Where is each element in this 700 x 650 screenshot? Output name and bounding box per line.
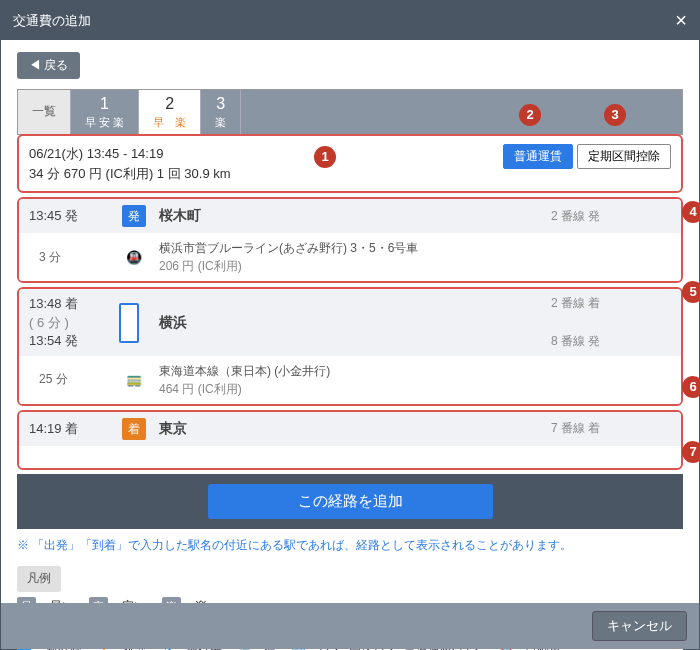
normal-fare-button[interactable]: 普通運賃 (503, 144, 573, 169)
wait-time: ( 6 分 ) (29, 314, 119, 332)
arr-time-final: 14:19 着 (29, 420, 119, 438)
segment-1: 13:45 発 発 桜木町 2 番線 発 3 分 🚇 横浜市営ブルーライン(あざ… (17, 197, 683, 283)
segment-2: 13:48 着 ( 6 分 ) 13:54 発 横浜 2 番線 着 8 番線 発… (17, 287, 683, 406)
tab-1[interactable]: 1早 安 楽 (71, 90, 139, 134)
legend-title: 凡例 (17, 566, 61, 592)
fare-1: 206 円 (IC利用) (159, 257, 671, 275)
callout-5: 5 (682, 281, 700, 303)
cancel-button[interactable]: キャンセル (592, 611, 687, 641)
arrival-block: 14:19 着 着 東京 7 番線 着 (17, 410, 683, 470)
arr-time-transfer: 13:48 着 (29, 295, 119, 313)
dep-time-transfer: 13:54 発 (29, 332, 119, 350)
callout-1: 1 (314, 146, 336, 168)
line-name-2: 東海道本線（東日本) (小金井行) (159, 362, 671, 380)
tab-3[interactable]: 3楽 (201, 90, 241, 134)
note-text: ※ 「出発」「到着」で入力した駅名の付近にある駅であれば、経路として表示されるこ… (17, 537, 683, 554)
tab-2[interactable]: 2早 楽 (139, 90, 201, 134)
station-tokyo: 東京 (149, 420, 551, 438)
transfer-badge (119, 303, 139, 343)
station-sakuragicho: 桜木町 (149, 207, 551, 225)
departure-badge: 発 (122, 205, 146, 227)
line-name-1: 横浜市営ブルーライン(あざみ野行) 3・5・6号車 (159, 239, 671, 257)
train-icon: 🚃 (126, 372, 142, 387)
subway-icon: 🚇 (126, 250, 142, 265)
fare-2: 464 円 (IC利用) (159, 380, 671, 398)
dep-time-1: 13:45 発 (29, 207, 119, 225)
platform-1: 2 番線 発 (551, 208, 671, 225)
platform-dep-2: 8 番線 発 (551, 333, 671, 350)
platform-arr-2: 2 番線 着 (551, 295, 671, 312)
summary-stats: 34 分 670 円 (IC利用) 1 回 30.9 km (29, 164, 231, 184)
station-yokohama: 横浜 (149, 295, 551, 350)
callout-6: 6 (682, 376, 700, 398)
summary-time: 06/21(水) 13:45 - 14:19 (29, 144, 231, 164)
callout-4: 4 (682, 201, 700, 223)
dialog-title: 交通費の追加 (13, 12, 91, 30)
platform-arr-final: 7 番線 着 (551, 420, 671, 437)
back-button[interactable]: ◀ 戻る (17, 52, 80, 79)
pass-deduct-button[interactable]: 定期区間控除 (577, 144, 671, 169)
add-route-button[interactable]: この経路を追加 (208, 484, 493, 519)
duration-1: 3 分 (29, 249, 119, 266)
route-summary: 06/21(水) 13:45 - 14:19 34 分 670 円 (IC利用)… (17, 134, 683, 193)
callout-7: 7 (682, 441, 700, 463)
arrival-badge: 着 (122, 418, 146, 440)
duration-2: 25 分 (29, 371, 119, 388)
route-tabs: 一覧 1早 安 楽 2早 楽 3楽 (17, 89, 683, 135)
tab-list[interactable]: 一覧 (18, 90, 71, 134)
close-icon[interactable]: × (675, 9, 687, 32)
